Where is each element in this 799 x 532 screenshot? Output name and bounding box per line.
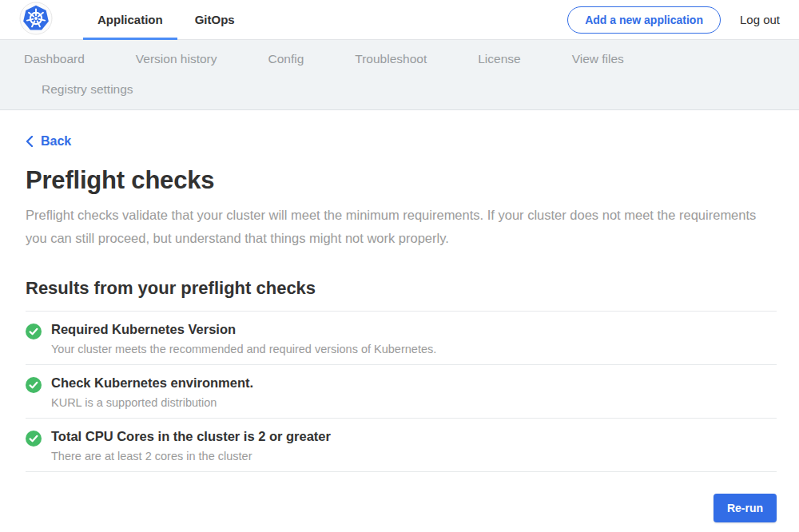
check-message: KURL is a supported distribution (51, 396, 253, 409)
chevron-left-icon (26, 136, 34, 147)
rerun-button[interactable]: Re-run (714, 494, 777, 522)
subnav-item-version-history[interactable]: Version history (136, 52, 217, 66)
check-content: Check Kubernetes environment. KURL is a … (51, 375, 253, 409)
logout-link[interactable]: Log out (740, 13, 780, 26)
tab-application-label: Application (97, 13, 163, 26)
check-circle-icon (26, 324, 42, 339)
app-subnav: Dashboard Version history Config Trouble… (0, 40, 799, 110)
check-circle-icon (26, 377, 42, 393)
back-label: Back (41, 134, 71, 149)
page-description: Preflight checks validate that your clus… (26, 204, 757, 250)
subnav-row-1: Dashboard Version history Config Trouble… (24, 52, 775, 66)
check-message: Your cluster meets the recommended and r… (51, 343, 436, 355)
subnav-row-2: Registry settings (24, 82, 775, 97)
add-new-application-button[interactable]: Add a new application (567, 6, 721, 34)
page-title: Preflight checks (26, 166, 777, 195)
preflight-check-row: Check Kubernetes environment. KURL is a … (26, 365, 777, 419)
subnav-item-troubleshoot[interactable]: Troubleshoot (355, 52, 427, 66)
kubernetes-logo-icon (19, 2, 53, 38)
app-logo[interactable] (19, 0, 53, 39)
footer-actions: Re-run (26, 494, 777, 522)
tab-application[interactable]: Application (81, 0, 179, 39)
primary-tabs: Application GitOps (81, 0, 251, 39)
results-heading: Results from your preflight checks (26, 278, 777, 299)
top-nav: Application GitOps Add a new application… (0, 0, 799, 40)
check-title: Check Kubernetes environment. (51, 375, 253, 391)
subnav-item-license[interactable]: License (478, 52, 520, 66)
subnav-item-config[interactable]: Config (268, 52, 304, 66)
back-link[interactable]: Back (26, 134, 71, 149)
check-content: Total CPU Cores in the cluster is 2 or g… (51, 429, 331, 463)
check-message: There are at least 2 cores in the cluste… (51, 450, 331, 463)
preflight-check-row: Required Kubernetes Version Your cluster… (26, 312, 777, 365)
check-circle-icon (26, 431, 42, 447)
tab-gitops-label: GitOps (195, 13, 235, 26)
preflight-check-row: Total CPU Cores in the cluster is 2 or g… (26, 419, 777, 472)
top-nav-right: Add a new application Log out (567, 0, 780, 39)
tab-gitops[interactable]: GitOps (179, 0, 251, 39)
check-title: Required Kubernetes Version (51, 322, 436, 337)
check-content: Required Kubernetes Version Your cluster… (51, 322, 436, 355)
subnav-item-registry-settings[interactable]: Registry settings (42, 82, 133, 97)
subnav-item-dashboard[interactable]: Dashboard (24, 52, 85, 66)
check-title: Total CPU Cores in the cluster is 2 or g… (51, 429, 331, 444)
subnav-item-view-files[interactable]: View files (572, 52, 624, 66)
preflight-page: Back Preflight checks Preflight checks v… (0, 110, 799, 522)
